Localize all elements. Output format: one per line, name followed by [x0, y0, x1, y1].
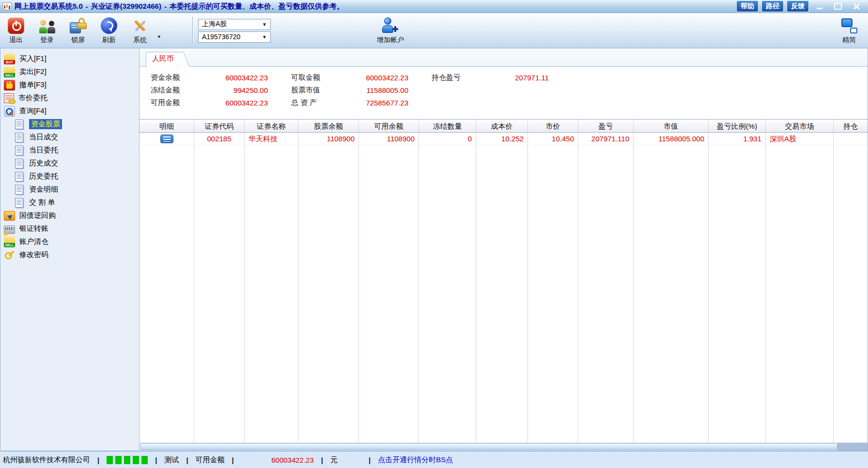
- summary-label: 可取金额: [291, 73, 325, 82]
- sidebar-item-today-deals[interactable]: 当日成交: [0, 131, 139, 144]
- refresh-button[interactable]: 刷新: [95, 17, 123, 45]
- table-cell: 0: [419, 133, 476, 145]
- open-quotes-link[interactable]: 点击开通行情分时BS点: [378, 455, 453, 465]
- tab-rmb[interactable]: 人民币: [146, 52, 178, 67]
- status-bar: 杭州骇新软件技术有限公司 | | 测试 | 可用金额 | 60003422.23…: [0, 451, 868, 468]
- toolbar: 退出 登录 锁屏 刷新 系统 ▼ 上海A股 ▼ A195736720 ▼ 增加帐…: [0, 13, 868, 48]
- system-dropdown-caret-icon[interactable]: ▼: [157, 34, 161, 39]
- tab-rmb-label: 人民币: [152, 54, 174, 62]
- sidebar-item-fund-details[interactable]: 资金明细: [0, 183, 139, 196]
- exit-button[interactable]: 退出: [2, 17, 30, 45]
- column-header[interactable]: 交易市场: [766, 120, 833, 133]
- simplify-icon: [840, 17, 858, 34]
- column-header[interactable]: 市值: [634, 120, 708, 133]
- column-header[interactable]: 可用余额: [359, 120, 418, 133]
- sidebar-item-buy[interactable]: 买入[F1]: [0, 52, 139, 65]
- horizontal-scrollbar[interactable]: [140, 442, 868, 451]
- summary-value: 207971.11: [465, 74, 549, 82]
- feedback-button[interactable]: 反馈: [787, 0, 809, 12]
- password-key-icon: [4, 250, 15, 260]
- column-header[interactable]: 盈亏: [578, 120, 633, 133]
- sidebar-item-change-password[interactable]: 修改密码: [0, 248, 139, 261]
- column-header[interactable]: 市价: [528, 120, 578, 133]
- sidebar-item-today-orders[interactable]: 当日委托: [0, 144, 139, 157]
- sidebar-item-label: 历史委托: [29, 172, 58, 181]
- simplify-label: 精简: [842, 36, 856, 45]
- lock-screen-button[interactable]: 锁屏: [64, 17, 92, 45]
- column-header[interactable]: 成本价: [476, 120, 527, 133]
- path-button[interactable]: 路径: [761, 0, 784, 12]
- title-dash: -: [86, 2, 88, 11]
- scrollbar-end: [837, 443, 868, 451]
- separator: |: [232, 456, 234, 464]
- refresh-icon: [100, 17, 118, 34]
- separator: |: [369, 456, 371, 464]
- sidebar-item-bond-repo[interactable]: 国债逆回购: [0, 209, 139, 222]
- column-header[interactable]: 盈亏比例(%): [709, 120, 765, 133]
- power-icon: [7, 17, 25, 34]
- add-account-label: 增加帐户: [377, 36, 404, 45]
- summary-value: 72585677.23: [325, 99, 408, 107]
- doc-icon: [15, 185, 23, 195]
- close-icon[interactable]: [849, 1, 864, 11]
- market-select[interactable]: 上海A股 ▼: [198, 19, 271, 30]
- login-label: 登录: [40, 36, 54, 45]
- market-select-value: 上海A股: [202, 20, 227, 29]
- tab-strip: 人民币: [140, 48, 868, 67]
- column-header[interactable]: 证券名称: [245, 120, 298, 133]
- detail-list-icon[interactable]: [160, 135, 173, 143]
- company-name: 杭州骇新软件技术有限公司: [3, 455, 90, 465]
- broker-name: 兴业证券(329902466): [91, 2, 161, 11]
- system-button[interactable]: 系统: [126, 17, 154, 45]
- sidebar-item-label: 撤单[F3]: [19, 80, 46, 90]
- scrollbar-thumb[interactable]: [140, 443, 837, 450]
- positions-table: 明细 证券代码 002185 证券名称 华天科技 股票余额 1108900 可用…: [140, 119, 868, 442]
- column-header[interactable]: 证券代码: [194, 120, 244, 133]
- sidebar-item-history-deals[interactable]: 历史成交: [0, 157, 139, 170]
- col-detail: 明细: [140, 120, 194, 442]
- sidebar-item-market-order[interactable]: 市价委托: [0, 91, 139, 105]
- sidebar-item-label: 交 割 单: [29, 198, 55, 207]
- available-funds-label: 可用金额: [196, 455, 225, 465]
- minimize-icon[interactable]: [812, 1, 827, 11]
- col-balance: 股票余额 1108900: [298, 120, 359, 442]
- lock-screen-icon: [69, 17, 87, 34]
- add-account-button[interactable]: 增加帐户: [376, 17, 404, 45]
- col-market-price: 市价 10.450: [528, 120, 578, 442]
- maximize-icon[interactable]: [830, 1, 846, 11]
- sidebar-item-sell[interactable]: 卖出[F2]: [0, 65, 139, 78]
- sidebar-item-bank-transfer[interactable]: 银证转账: [0, 222, 139, 235]
- help-button[interactable]: 帮助: [736, 0, 759, 12]
- table-cell: 1108900: [359, 133, 418, 145]
- column-header[interactable]: 股票余额: [298, 120, 358, 133]
- sidebar-item-label: 查询[F4]: [19, 106, 46, 116]
- sidebar-item-cancel-order[interactable]: 撤单[F3]: [0, 78, 139, 91]
- sidebar-item-query[interactable]: 查询[F4]: [0, 105, 139, 118]
- sidebar-item-label: 当日委托: [29, 146, 58, 155]
- summary-value: 60003422.23: [325, 74, 408, 82]
- column-header[interactable]: 持仓: [834, 120, 868, 133]
- sidebar-item-funds-stocks[interactable]: 资金股票: [0, 118, 139, 131]
- query-icon: [4, 106, 15, 117]
- content: 买入[F1] 卖出[F2] 撤单[F3] 市价委托 查询[F4] 资金股票 当日…: [0, 48, 868, 451]
- doc-icon: [15, 159, 23, 168]
- login-button[interactable]: 登录: [33, 17, 61, 45]
- account-select[interactable]: A195736720 ▼: [198, 31, 271, 43]
- sidebar-item-clear-position[interactable]: 账户清仓: [0, 235, 139, 248]
- system-tools-icon: [131, 17, 149, 34]
- app-title: 网上股票交易系统5.0: [15, 2, 83, 11]
- table-cell: 10.450: [528, 133, 578, 145]
- column-header[interactable]: 明细: [140, 120, 194, 133]
- sidebar-item-label: 历史成交: [29, 159, 58, 168]
- sidebar-item-history-orders[interactable]: 历史委托: [0, 170, 139, 183]
- chevron-down-icon: ▼: [262, 22, 267, 27]
- doc-icon: [15, 146, 23, 155]
- column-header[interactable]: 冻结数量: [419, 120, 476, 133]
- simplify-button[interactable]: 精简: [835, 17, 863, 45]
- separator: |: [321, 456, 323, 464]
- sidebar-item-label-selected: 资金股票: [29, 119, 62, 129]
- account-summary: 资金余额 60003422.23 可取金额 60003422.23 持仓盈亏 2…: [140, 67, 868, 119]
- table-cell: 002185: [194, 133, 244, 145]
- sidebar-item-statements[interactable]: 交 割 单: [0, 196, 139, 209]
- col-available: 可用余额 1108900: [359, 120, 419, 442]
